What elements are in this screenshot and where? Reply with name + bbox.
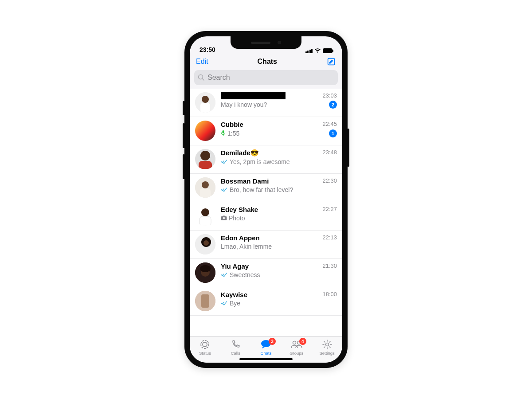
chat-time: 22:27 (322, 206, 337, 212)
avatar[interactable] (195, 291, 215, 311)
tab-label: Chats (261, 351, 272, 356)
chat-preview: May i know you? (221, 101, 267, 108)
edit-button[interactable]: Edit (196, 58, 208, 66)
svg-rect-14 (223, 216, 225, 217)
avatar[interactable] (195, 177, 215, 198)
camera-icon (221, 215, 227, 222)
chat-time: 22:13 (322, 234, 337, 241)
tab-status[interactable]: Status (192, 339, 218, 356)
tab-label: Status (199, 351, 211, 356)
chat-row[interactable]: Edon Appen 22:13 Lmao, Akin lemme (190, 231, 342, 259)
tab-groups[interactable]: 4 Groups (283, 339, 310, 356)
chat-time: 22:45 (322, 121, 337, 127)
chat-row[interactable]: Bossman Dami 22:30 Bro, how far that lev… (190, 174, 342, 202)
svg-point-18 (203, 240, 209, 246)
svg-point-8 (202, 181, 209, 188)
read-receipt-icon (221, 160, 228, 164)
phone-icon (230, 339, 241, 350)
svg-point-25 (203, 342, 207, 347)
status-icon (200, 339, 210, 350)
page-title: Chats (258, 58, 277, 66)
chat-name (221, 92, 286, 99)
svg-line-2 (203, 79, 204, 81)
svg-point-15 (223, 217, 225, 219)
avatar[interactable] (195, 262, 215, 283)
chat-row[interactable]: Cubbie 22:45 1:55 1 (190, 117, 342, 145)
tab-chats[interactable]: 3 Chats (253, 339, 279, 356)
chat-preview: Yes, 2pm is awesome (221, 158, 290, 165)
chat-row[interactable]: 23:03 May i know you? 2 (190, 89, 342, 117)
status-icons (305, 48, 333, 53)
nav-header: Edit Chats (190, 54, 342, 69)
search-input[interactable]: Search (194, 70, 338, 85)
tab-settings[interactable]: Settings (314, 339, 340, 356)
chat-preview: 1:55 (221, 130, 239, 137)
chat-name: Demilade😎 (221, 149, 259, 157)
wifi-icon (314, 48, 321, 53)
avatar[interactable] (195, 234, 215, 254)
badge: 3 (269, 338, 276, 345)
chat-row[interactable]: Yiu Agay 21:30 Sweetness (190, 259, 342, 287)
chat-time: 21:30 (322, 262, 337, 269)
chat-preview: Bye (221, 300, 240, 307)
unread-badge: 1 (329, 129, 337, 137)
chat-row[interactable]: Kaywise 18:00 Bye (190, 287, 342, 316)
chat-preview: Sweetness (221, 271, 260, 278)
avatar[interactable] (195, 206, 215, 226)
tab-label: Settings (319, 351, 334, 356)
gear-icon (322, 339, 332, 350)
search-icon (198, 74, 205, 81)
read-receipt-icon (221, 301, 228, 305)
phone-frame: 23:50 Edit Chats Search (184, 31, 348, 368)
search-wrap: Search (190, 69, 342, 89)
chat-name: Edey Shake (221, 206, 258, 213)
svg-rect-9 (200, 188, 211, 198)
tab-label: Calls (231, 351, 240, 356)
read-receipt-icon (221, 273, 228, 277)
chat-preview: Bro, how far that level? (221, 186, 293, 193)
chat-time: 22:30 (322, 177, 337, 184)
home-indicator[interactable] (239, 358, 293, 360)
chat-time: 23:48 (322, 149, 337, 156)
tab-label: Groups (289, 351, 303, 356)
svg-rect-6 (223, 130, 224, 133)
search-placeholder: Search (207, 74, 230, 82)
svg-point-27 (293, 341, 296, 344)
status-time: 23:50 (200, 46, 215, 53)
svg-point-29 (325, 343, 329, 346)
chat-list[interactable]: 23:03 May i know you? 2 Cubbie 22:45 (190, 89, 342, 336)
chat-name: Bossman Dami (221, 177, 269, 185)
compose-icon (326, 57, 336, 66)
battery-icon (323, 48, 332, 53)
screen: 23:50 Edit Chats Search (190, 36, 342, 363)
chat-preview: Lmao, Akin lemme (221, 243, 272, 250)
avatar[interactable] (195, 121, 215, 141)
chat-row[interactable]: Demilade😎 23:48 Yes, 2pm is awesome (190, 145, 342, 174)
microphone-icon (221, 130, 226, 137)
compose-button[interactable] (326, 57, 336, 66)
svg-point-24 (201, 340, 209, 348)
svg-point-4 (202, 96, 209, 103)
chat-name: Yiu Agay (221, 262, 249, 270)
chat-time: 18:00 (322, 291, 337, 297)
tab-calls[interactable]: Calls (222, 339, 249, 356)
cellular-icon (305, 49, 313, 53)
chat-time: 23:03 (322, 92, 337, 99)
chat-name: Kaywise (221, 291, 247, 298)
avatar[interactable] (195, 149, 215, 169)
svg-rect-5 (200, 103, 210, 113)
avatar[interactable] (195, 92, 215, 113)
svg-point-21 (200, 265, 211, 272)
svg-rect-12 (200, 216, 211, 226)
chat-preview: Photo (221, 215, 245, 222)
read-receipt-icon (221, 188, 228, 192)
svg-rect-23 (201, 294, 209, 308)
badge: 4 (299, 338, 306, 345)
notch (231, 36, 301, 49)
chat-name: Cubbie (221, 121, 243, 128)
unread-badge: 2 (329, 101, 337, 109)
svg-point-11 (201, 208, 209, 216)
chat-row[interactable]: Edey Shake 22:27 Photo (190, 202, 342, 231)
chat-name: Edon Appen (221, 234, 260, 242)
redacted-name (221, 92, 286, 99)
